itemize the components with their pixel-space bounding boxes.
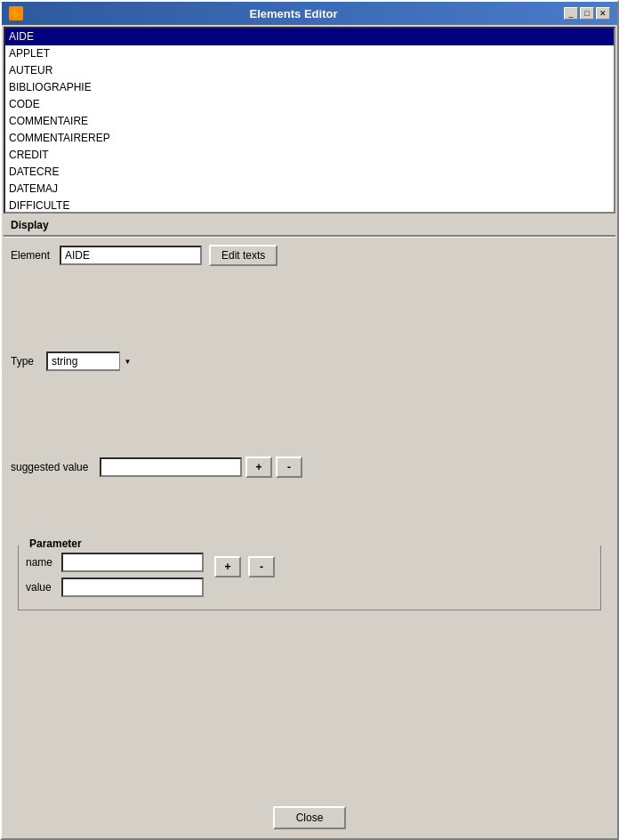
minimize-button[interactable]: _: [564, 7, 578, 20]
list-item[interactable]: COMMENTAIREREP: [5, 130, 614, 147]
add-suggested-button[interactable]: +: [245, 456, 272, 478]
list-item[interactable]: CREDIT: [5, 147, 614, 164]
spacer-2: [11, 378, 608, 449]
add-parameter-button[interactable]: +: [214, 556, 241, 578]
main-window: 🔶 Elements Editor _ □ ✕ AIDEAPPLETAUTEUR…: [0, 0, 619, 840]
suggested-value-row: suggested value + -: [11, 456, 608, 478]
list-item[interactable]: APPLET: [5, 45, 614, 62]
spacer-4: [11, 618, 608, 792]
elements-list[interactable]: AIDEAPPLETAUTEURBIBLIOGRAPHIECODECOMMENT…: [4, 27, 615, 214]
type-row: Type string integer boolean date float: [11, 351, 608, 371]
parameter-buttons: + -: [211, 556, 275, 578]
list-item[interactable]: BIBLIOGRAPHIE: [5, 79, 614, 96]
parameter-value-input[interactable]: [61, 578, 204, 597]
element-input[interactable]: [60, 246, 202, 265]
title-bar: 🔶 Elements Editor _ □ ✕: [2, 2, 617, 25]
edit-texts-button[interactable]: Edit texts: [209, 245, 277, 266]
parameter-name-label: name: [26, 556, 61, 569]
display-section: Display Element Edit texts Type st: [4, 214, 615, 799]
spacer-1: [11, 273, 608, 344]
element-label: Element: [11, 249, 60, 262]
parameter-fields: name value: [26, 553, 204, 602]
list-item[interactable]: AIDE: [5, 28, 614, 45]
list-item[interactable]: AUTEUR: [5, 62, 614, 79]
display-section-header: Display: [4, 214, 615, 236]
maximize-button[interactable]: □: [580, 7, 594, 20]
parameter-name-input[interactable]: [61, 553, 204, 572]
suggested-value-input[interactable]: [100, 457, 242, 477]
type-label: Type: [11, 355, 46, 368]
remove-parameter-button[interactable]: -: [248, 556, 275, 578]
parameter-legend: Parameter: [26, 537, 85, 550]
element-row: Element Edit texts: [11, 245, 608, 266]
list-item[interactable]: COMMENTAIRE: [5, 113, 614, 130]
spacer-3: [11, 478, 608, 531]
list-item[interactable]: DATECRE: [5, 164, 614, 181]
window-title: Elements Editor: [23, 7, 564, 20]
list-item[interactable]: DATEMAJ: [5, 181, 614, 198]
parameter-name-row: name: [26, 553, 204, 572]
display-form-area: Element Edit texts Type string integer b…: [4, 238, 615, 799]
close-window-button[interactable]: ✕: [596, 7, 610, 20]
type-select[interactable]: string integer boolean date float: [46, 351, 135, 371]
window-content: AIDEAPPLETAUTEURBIBLIOGRAPHIECODECOMMENT…: [2, 25, 617, 838]
suggested-value-label: suggested value: [11, 461, 100, 473]
parameter-group: Parameter name value: [18, 545, 601, 610]
parameter-value-row: value: [26, 578, 204, 597]
parameter-value-label: value: [26, 581, 61, 594]
list-item[interactable]: CODE: [5, 96, 614, 113]
close-button[interactable]: Close: [273, 806, 347, 829]
title-bar-buttons: _ □ ✕: [564, 7, 610, 20]
list-item[interactable]: DIFFICULTE: [5, 198, 614, 214]
footer-area: Close: [4, 799, 615, 836]
type-select-wrapper: string integer boolean date float: [46, 351, 135, 371]
remove-suggested-button[interactable]: -: [276, 456, 302, 478]
window-icon: 🔶: [9, 6, 23, 20]
